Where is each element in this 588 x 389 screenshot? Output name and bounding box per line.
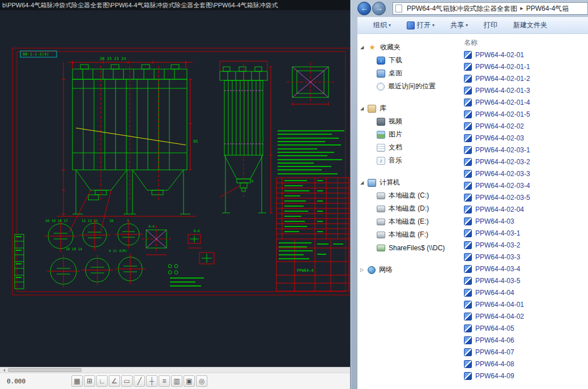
centerlines <box>101 62 334 253</box>
nav-item-disk-f[interactable]: 本地磁盘 (F:) <box>357 228 458 241</box>
nav-item-recent-places[interactable]: 最近访问的位置 <box>357 80 458 93</box>
nav-item-music[interactable]: ♪ 音乐 <box>357 154 458 167</box>
organize-button[interactable]: 组织 ▾ <box>373 20 391 30</box>
nav-section-computer[interactable]: ◢ 计算机 <box>357 176 458 189</box>
drawing-labels: 00-1-1-2(4) 20 23 23 24 95 20 19 18 17 1… <box>23 52 314 273</box>
folder-icon <box>395 5 402 12</box>
osnap-icon[interactable]: ▭ <box>121 375 133 387</box>
nav-label: 视频 <box>389 117 402 126</box>
sc-icon[interactable]: ◎ <box>196 375 207 387</box>
file-row[interactable]: PPW64-4-07 <box>458 346 588 358</box>
forward-button[interactable]: → <box>372 2 386 15</box>
address-bar[interactable]: PPW64-4气箱脉冲袋式除尘器全套图 ▶ PPW64-4气箱 <box>393 2 588 15</box>
file-row[interactable]: PPW64-4-02-03-1 <box>458 144 588 156</box>
documents-icon <box>377 144 385 152</box>
print-button[interactable]: 打印 <box>484 20 497 30</box>
file-row[interactable]: PPW64-4-02-03-3 <box>458 168 588 179</box>
nav-section-favorites[interactable]: ◢ ★ 收藏夹 <box>357 41 458 54</box>
back-button[interactable]: ← <box>357 2 371 15</box>
nav-item-downloads[interactable]: ↓ 下载 <box>357 54 458 67</box>
file-row[interactable]: PPW64-4-02-03 <box>458 132 588 144</box>
column-header-name[interactable]: 名称 <box>458 36 588 49</box>
expand-triangle-icon[interactable]: ◢ <box>360 45 364 50</box>
file-row[interactable]: PPW64-4-02-01-1 <box>458 61 588 72</box>
cad-canvas[interactable]: 00-1-1-2(4) 20 23 23 24 95 20 19 18 17 1… <box>0 10 358 367</box>
new-folder-button[interactable]: 新建文件夹 <box>513 20 547 30</box>
chevron-down-icon: ▾ <box>389 23 391 28</box>
nav-label: 音乐 <box>389 156 402 165</box>
file-row[interactable]: PPW64-4-06 <box>458 334 588 346</box>
file-row[interactable]: PPW64-4-09 <box>458 370 588 382</box>
ducs-icon[interactable]: ┼ <box>146 375 157 387</box>
dwg-file-icon <box>464 360 472 368</box>
hard-disk-icon <box>377 219 385 225</box>
polar-icon[interactable]: ∠ <box>109 375 120 387</box>
network-drive-icon <box>377 245 385 251</box>
file-row[interactable]: PPW64-4-04-02 <box>458 310 588 322</box>
nav-item-disk-c[interactable]: 本地磁盘 (C:) <box>357 189 458 202</box>
nav-section-network[interactable]: ▷ 网络 <box>357 263 458 276</box>
nav-label: 图片 <box>389 130 402 139</box>
nav-item-documents[interactable]: 文档 <box>357 141 458 154</box>
scrollbar-thumb[interactable] <box>8 368 82 372</box>
side-dimension: 95 <box>193 139 198 144</box>
nav-item-disk-d[interactable]: 本地磁盘 (D:) <box>357 202 458 215</box>
nav-gap <box>357 254 458 263</box>
nav-item-desktop[interactable]: 桌面 <box>357 67 458 80</box>
breadcrumb-segment[interactable]: PPW64-4气箱 <box>524 4 571 14</box>
file-row[interactable]: PPW64-4-02-01 <box>458 49 588 61</box>
back-arrow-icon: ← <box>361 4 368 12</box>
file-row[interactable]: PPW64-4-03-3 <box>458 251 588 263</box>
nav-label: 本地磁盘 (C:) <box>389 191 429 200</box>
nav-label: 本地磁盘 (D:) <box>389 204 429 213</box>
file-name: PPW64-4-02-03-1 <box>475 146 530 154</box>
dwg-file-icon <box>464 75 472 83</box>
lwt-icon[interactable]: ▥ <box>171 375 182 387</box>
file-row[interactable]: PPW64-4-08 <box>458 358 588 370</box>
file-name: PPW64-4-02-01-1 <box>475 63 530 71</box>
ortho-icon[interactable]: ∟ <box>96 375 108 387</box>
nav-item-pictures[interactable]: 图片 <box>357 128 458 141</box>
file-row[interactable]: PPW64-4-02-04 <box>458 203 588 215</box>
file-row[interactable]: PPW64-4-02-03-4 <box>458 179 588 191</box>
nav-item-videos[interactable]: 视频 <box>357 115 458 128</box>
file-name: PPW64-4-03 <box>475 217 514 225</box>
scroll-left-icon[interactable] <box>2 369 5 372</box>
cad-horizontal-scrollbar[interactable] <box>0 367 358 373</box>
breadcrumb-segment[interactable]: PPW64-4气箱脉冲袋式除尘器全套图 <box>404 4 519 14</box>
dwg-file-icon <box>464 348 472 356</box>
file-row[interactable]: PPW64-4-05 <box>458 322 588 334</box>
file-row[interactable]: PPW64-4-02-01-3 <box>458 84 588 96</box>
file-row[interactable]: PPW64-4-02-01-2 <box>458 72 588 84</box>
file-row[interactable]: PPW64-4-04 <box>458 287 588 298</box>
dyn-icon[interactable]: ≡ <box>159 375 170 387</box>
download-icon: ↓ <box>377 57 385 65</box>
share-button[interactable]: 共享 ▾ <box>450 20 468 30</box>
file-row[interactable]: PPW64-4-03-4 <box>458 263 588 275</box>
file-row[interactable]: PPW64-4-03-5 <box>458 275 588 287</box>
expand-triangle-icon[interactable]: ◢ <box>360 180 364 185</box>
open-button[interactable]: 打开 ▾ <box>407 20 434 30</box>
cad-titlebar[interactable]: b\PPW64-4气箱脉冲袋式除尘器全套图\PPW64-4气箱脉冲袋式除尘器全套… <box>0 0 358 10</box>
nav-item-disk-e[interactable]: 本地磁盘 (E:) <box>357 215 458 228</box>
file-row[interactable]: PPW64-4-04-01 <box>458 298 588 310</box>
file-list: 名称 PPW64-4-02-01 PPW64-4-02-01-1 PPW64-4… <box>458 34 588 389</box>
file-row[interactable]: PPW64-4-03-1 <box>458 227 588 239</box>
grid-icon[interactable]: ▦ <box>71 375 83 387</box>
qp-icon[interactable]: ▣ <box>184 375 195 387</box>
expand-triangle-icon[interactable]: ◢ <box>360 106 364 111</box>
dwg-file-icon <box>464 146 472 154</box>
file-row[interactable]: PPW64-4-02-01-5 <box>458 108 588 120</box>
file-row[interactable]: PPW64-4-03-2 <box>458 239 588 251</box>
nav-section-libraries[interactable]: ◢ 库 <box>357 102 458 115</box>
file-row[interactable]: PPW64-4-03 <box>458 215 588 227</box>
file-row[interactable]: PPW64-4-02-01-4 <box>458 96 588 108</box>
file-row[interactable]: PPW64-4-02-03-2 <box>458 156 588 168</box>
file-row[interactable]: PPW64-4-02-02 <box>458 120 588 132</box>
nav-item-sharefiles[interactable]: ShareFiles$ (\\DC) <box>357 241 458 254</box>
snap-icon[interactable]: ⊞ <box>84 375 95 387</box>
otrack-icon[interactable]: ╱ <box>134 375 145 387</box>
expand-triangle-icon[interactable]: ▷ <box>360 267 364 272</box>
nav-label: 网络 <box>379 265 393 275</box>
file-row[interactable]: PPW64-4-02-03-5 <box>458 191 588 203</box>
